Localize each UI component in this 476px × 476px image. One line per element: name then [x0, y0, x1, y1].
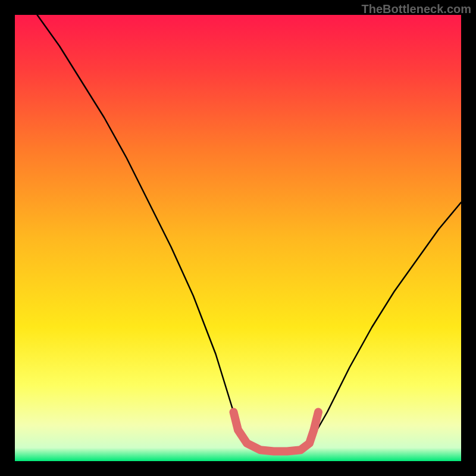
- series-left-curve: [37, 15, 248, 443]
- plot-lines: [15, 15, 461, 461]
- series-right-curve: [309, 202, 461, 443]
- chart-frame: [15, 15, 461, 461]
- attribution-text: TheBottleneck.com: [362, 2, 471, 16]
- series-flat-valley: [234, 412, 319, 452]
